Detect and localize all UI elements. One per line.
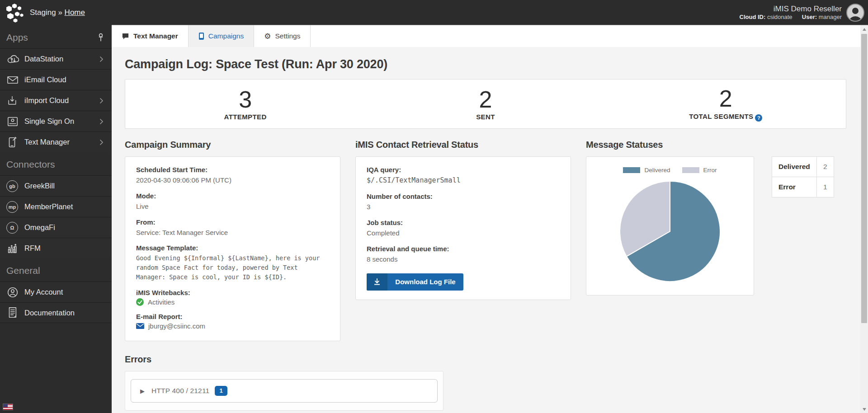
legend-swatch-delivered	[623, 167, 640, 173]
download-button-label: Download Log File	[387, 273, 463, 291]
account-meta: Cloud ID: csidonate User: manager	[740, 14, 842, 21]
errors-heading: Errors	[125, 354, 846, 365]
status-count: 1	[817, 177, 834, 197]
field-label: IQA query:	[367, 166, 560, 174]
content: Campaign Log: Space Test (Run: Apr 30 20…	[112, 57, 868, 411]
error-accordion-row[interactable]: ▶ HTTP 400 / 21211 1	[131, 379, 438, 403]
sidebar-item-label: Single Sign On	[24, 117, 97, 126]
cloud-id-value: csidonate	[767, 14, 793, 20]
legend-item-delivered[interactable]: Delivered	[623, 167, 670, 174]
field-label: Mode:	[136, 192, 329, 200]
scrollbar-thumb[interactable]	[861, 34, 867, 323]
chevron-right-icon	[97, 117, 105, 126]
imis-logo-icon	[5, 2, 24, 23]
field-label: Message Template:	[136, 244, 329, 252]
greekbill-icon: gb	[6, 180, 22, 192]
apps-header-label: Apps	[6, 32, 28, 43]
connectors-header-label: Connectors	[6, 159, 55, 170]
sidebar-item-datastation[interactable]: DataStation	[0, 48, 112, 69]
contact-status-column: iMIS Contact Retrieval Status IQA query:…	[355, 129, 571, 300]
field-label: Retrieval and queue time:	[367, 245, 560, 253]
pie-chart-panel: Delivered Error	[586, 156, 754, 296]
memberplanet-icon: mp	[6, 201, 22, 213]
download-log-file-button[interactable]: Download Log File	[367, 273, 463, 291]
tab-settings[interactable]: ⚙ Settings	[254, 25, 311, 47]
tab-campaigns[interactable]: Campaigns	[189, 25, 254, 47]
chart-legend: Delivered Error	[593, 167, 747, 174]
sidebar-item-documentation[interactable]: Documentation	[0, 302, 112, 323]
campaign-summary-column: Campaign Summary Scheduled Start Time: 2…	[125, 129, 340, 341]
sidebar-section-apps: Apps	[0, 25, 112, 48]
caret-right-icon: ▶	[140, 388, 145, 394]
field-value: Live	[136, 202, 329, 211]
body-area: Text Manager Campaigns ⚙ Settings Campai…	[112, 25, 868, 413]
person-silhouette-icon	[847, 5, 863, 21]
rfm-chart-icon	[6, 243, 22, 254]
tab-label: Campaigns	[208, 32, 244, 40]
pie-chart	[618, 179, 722, 284]
language-flag-icon[interactable]	[3, 404, 13, 410]
sidebar-item-iimport-cloud[interactable]: iImport Cloud	[0, 90, 112, 111]
stats-panel: 3 ATTEMPTED 2 SENT 2 TOTAL SEGMENTS?	[125, 79, 846, 129]
field-label: Scheduled Start Time:	[136, 166, 329, 174]
legend-item-error[interactable]: Error	[682, 167, 717, 174]
errors-panel: ▶ HTTP 400 / 21211 1	[125, 371, 443, 411]
table-row-error: Error 1	[772, 177, 834, 197]
id-card-icon	[6, 116, 22, 127]
legend-label: Error	[703, 167, 717, 174]
scrollbar-up-arrow[interactable]	[860, 25, 868, 33]
sidebar-item-label: GreekBill	[24, 182, 105, 190]
email-report-value: jburgy@csiinc.com	[148, 322, 205, 330]
sidebar-section-connectors: Connectors	[0, 152, 112, 175]
email-report-label: E-mail Report:	[136, 313, 329, 320]
user-label: User:	[802, 14, 817, 20]
stat-value: 2	[365, 87, 605, 112]
general-header-label: General	[6, 265, 40, 276]
text-manager-icon	[6, 136, 22, 149]
status-table: Delivered 2 Error 1	[772, 156, 834, 197]
account-name: iMIS Demo Reseller	[740, 4, 842, 14]
sidebar-item-text-manager[interactable]: Text Manager	[0, 131, 112, 152]
sidebar-item-iemail-cloud[interactable]: iEmail Cloud	[0, 69, 112, 90]
chevron-right-icon	[97, 55, 105, 63]
sidebar-item-single-sign-on[interactable]: Single Sign On	[0, 111, 112, 131]
sidebar-item-label: DataStation	[24, 55, 97, 63]
message-statuses-heading: Message Statuses	[586, 140, 846, 150]
status-name: Error	[772, 177, 817, 197]
email-icon	[6, 75, 22, 85]
help-icon[interactable]: ?	[755, 114, 762, 122]
sidebar-item-label: MemberPlanet	[24, 202, 105, 211]
envelope-icon	[136, 323, 144, 329]
breadcrumb-app: Staging	[30, 8, 56, 17]
tab-text-manager[interactable]: Text Manager	[112, 25, 189, 47]
application-window: Staging » Home Apps DataStation	[0, 0, 868, 413]
breadcrumb-home-link[interactable]: Home	[65, 8, 85, 17]
sidebar-item-memberplanet[interactable]: mp MemberPlanet	[0, 196, 112, 217]
pin-icon[interactable]	[97, 33, 104, 42]
campaign-summary-heading: Campaign Summary	[125, 140, 340, 150]
tab-label: Settings	[275, 32, 300, 40]
sidebar-item-omegafi[interactable]: Ω OmegaFi	[0, 217, 112, 238]
import-icon	[6, 95, 22, 107]
document-icon	[6, 306, 22, 319]
sidebar-item-label: My Account	[24, 288, 105, 296]
stat-total-segments: 2 TOTAL SEGMENTS?	[606, 86, 846, 122]
tabstrip: Text Manager Campaigns ⚙ Settings	[112, 25, 868, 47]
mobile-phone-icon	[198, 32, 204, 40]
contact-status-panel: IQA query: $/.CSI/TextManagerSmall Numbe…	[355, 156, 571, 300]
status-count: 2	[817, 157, 834, 177]
account-block: iMIS Demo Reseller Cloud ID: csidonate U…	[740, 4, 842, 21]
sidebar-item-label: Documentation	[24, 309, 105, 317]
chevron-right-icon	[97, 138, 105, 146]
scrollbar-down-arrow[interactable]	[860, 405, 868, 413]
sidebar-item-label: iImport Cloud	[24, 96, 97, 105]
error-count-badge: 1	[215, 386, 227, 396]
sidebar-item-label: RFM	[24, 244, 105, 253]
sidebar-item-rfm[interactable]: RFM	[0, 238, 112, 258]
avatar[interactable]	[846, 4, 864, 22]
field-value: Completed	[367, 228, 560, 238]
breadcrumb: Staging » Home	[30, 8, 85, 17]
sidebar-item-my-account[interactable]: My Account	[0, 282, 112, 302]
sidebar-item-greekbill[interactable]: gb GreekBill	[0, 175, 112, 196]
stat-value: 3	[125, 87, 365, 112]
